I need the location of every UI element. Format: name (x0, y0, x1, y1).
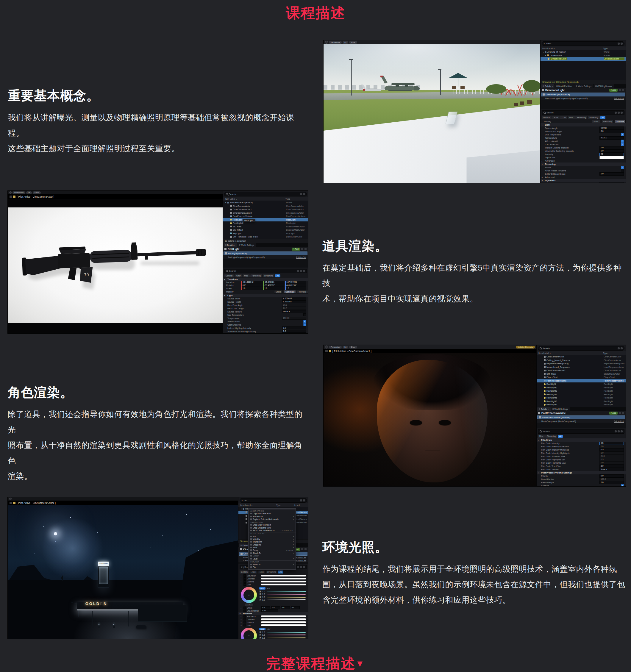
actor-icon (230, 209, 232, 210)
light-icon (225, 253, 227, 255)
outliner-row: LIGHTNING Folder (540, 54, 626, 57)
property-value: 25 (600, 153, 624, 156)
channel-gradient-bar (267, 594, 306, 595)
menu-item-label: Move To (253, 563, 261, 566)
actor-type: World (604, 51, 625, 53)
override-checkbox (243, 615, 246, 618)
menu-item-label: Replace Selected Actors with (253, 518, 279, 520)
property-label: Film Grain Texel Size (541, 465, 598, 467)
telephone-booth: TELEPHONE (98, 561, 109, 587)
property-row: Film Grain (537, 438, 626, 442)
actor-type: LevelSequenceActor (604, 366, 625, 368)
menu-item-label: Pilot 'CineCameraActor1' (253, 529, 275, 531)
expander-icon: ▸ (241, 621, 243, 623)
context-menu-item: Move To › (248, 563, 295, 566)
actor-icon (544, 400, 545, 402)
menu-item-icon (250, 538, 252, 540)
section-concepts-text: 重要基本概念。 我们将从讲解曝光、测量以及物理精确照明原理等基础但常被忽视的概念… (8, 87, 310, 156)
actor-icon (246, 522, 247, 524)
outliner-row: RectLight7 RectLight (537, 403, 626, 407)
property-label: Lightmass (545, 179, 624, 182)
component-row: DirectionalLightComponent (LightComponen… (540, 97, 626, 100)
property-value: 0.5 (600, 442, 624, 445)
actor-icon (544, 393, 545, 395)
gear-icon (621, 347, 623, 350)
submenu-arrow-icon: › (293, 515, 294, 518)
outliner-search: × direct (542, 41, 625, 46)
actor-label: RectLight6 (547, 400, 557, 403)
small-plane (361, 85, 381, 91)
menu-item-icon (250, 566, 252, 568)
light-icon (542, 93, 545, 96)
filter-chip: Misc (258, 571, 265, 574)
property-value: 6.231102 (282, 300, 306, 304)
channel-letter: G (259, 634, 261, 636)
submenu-arrow-icon: › (293, 544, 294, 546)
tab-icon (241, 545, 242, 546)
property-row: Enabled ✓ (537, 484, 626, 486)
context-menu-item: Group CTRL+G (248, 549, 295, 551)
channel-slider: G 1.0 (259, 593, 306, 596)
visibility-cinematic-pill: Visibility: Cinematic (516, 346, 535, 349)
scale-x: 1.0 (241, 287, 263, 290)
offset-g: 0.0 (271, 606, 280, 609)
gas-station: GOLDEN (77, 596, 183, 631)
screenshot-ue5-night-scene[interactable]: [ Pilot Active - CineCameraActor1 ] TELE… (8, 497, 308, 639)
portrait-render (323, 353, 536, 486)
search-placeholder: Search (229, 270, 296, 272)
mobility-stationary: Stationary (284, 290, 296, 293)
instance-row: PostProcessVolume (Instance) (537, 415, 625, 419)
menu-item-label: Snap Object to View (253, 527, 271, 529)
viewport-night: [ Pilot Active - CineCameraActor1 ] TELE… (8, 497, 238, 639)
filter-chips: GeneralActorMiscRenderingStreamingAll (223, 274, 308, 278)
component-label: RectLightComponent (LightComponent0) (228, 256, 265, 258)
actor-label: RectLight3 (547, 389, 557, 392)
desert-night-render: TELEPHONE GOLDEN (8, 505, 238, 639)
property-row: Cast Shadows ✓ (223, 323, 308, 327)
menu-item-label: Edit (253, 535, 256, 537)
property-label: Actor Hidden In Game (545, 169, 620, 172)
actor-label: RectLight4 (547, 393, 557, 396)
instance-label: PostProcessVolume (Instance) (542, 416, 570, 418)
menu-item-label: Transform (253, 541, 262, 543)
full-description-toggle[interactable]: 完整课程描述▼ (0, 654, 631, 672)
actor-icon (230, 212, 232, 214)
menu-item-icon (250, 513, 252, 514)
volume-icon (539, 416, 541, 418)
menu-item-label: Place Actor (253, 515, 263, 518)
camera-icon (13, 502, 16, 504)
show-pill: Show (349, 41, 357, 44)
scale-label: Scale (226, 287, 241, 290)
shadowsmax-label: ShadowsMax (247, 610, 261, 612)
shadowsmax-value: 0.09 (261, 609, 278, 612)
property-value: ✓ (621, 133, 624, 136)
filter-chip: Rendering (575, 116, 587, 119)
property-label: Light (227, 294, 306, 297)
actor-icon (230, 222, 232, 224)
actor-icon (544, 377, 545, 378)
camera-icon (241, 553, 243, 555)
menu-item-icon (250, 549, 252, 551)
actor-label: DirectionalLight (550, 57, 567, 60)
channel-gradient-bar (267, 597, 306, 598)
property-label: Indirect Lighting Intensity (545, 146, 598, 149)
lock-icon (622, 89, 624, 91)
outliner-row: RectLight RectLight (223, 218, 308, 222)
tab-label: World Settings (241, 244, 254, 246)
screenshot-ue5-character-scene[interactable]: Perspective Lit Show Visibility: Cinemat… (323, 345, 626, 486)
actor-icon (243, 508, 244, 510)
property-label: Volumetric Scattering Intensity (227, 330, 281, 333)
viewport-rifle: Perspective Lit Show [ Pilot Active - Ci… (8, 191, 223, 333)
screenshot-ue5-rifle-scene[interactable]: Perspective Lit Show [ Pilot Active - Ci… (8, 191, 308, 333)
screenshot-ue5-exposure-scene[interactable]: Perspective Lit Show (323, 40, 626, 183)
property-row: Light Source Angle 1.0 (540, 182, 626, 183)
outliner-row: SK_Rifle SkeletalMeshActor (223, 225, 308, 229)
gain-wheel-block: 1.0 RGB HSV R 1.0 (238, 586, 308, 606)
channel-gradient-bar (267, 599, 306, 600)
instance-row: DirectionalLight (Instance) (541, 93, 625, 96)
channel-value: 1.0 (262, 637, 266, 639)
tab-icon (539, 408, 540, 410)
property-value: 5000.0 (600, 136, 624, 140)
outliner-row: SM_Template_Map_Floor StaticMeshActor (223, 235, 308, 239)
chevron-down-icon: ▼ (356, 658, 365, 668)
